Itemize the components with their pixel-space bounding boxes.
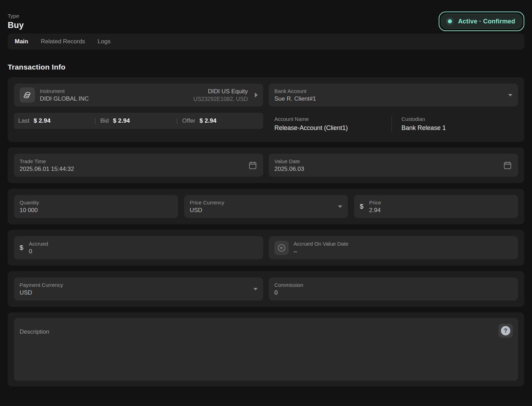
description-section: Description ?: [8, 312, 524, 386]
vertical-divider: [391, 116, 392, 132]
tab-bar: Main Related Records Logs: [8, 34, 524, 50]
quantity-price-section: Quantity 10 000 Price Currency USD $ Pri…: [8, 189, 524, 224]
account-name-block: Account Name Release-Account (Client1): [274, 116, 391, 132]
commission-field[interactable]: Commission 0: [269, 277, 518, 300]
price-value: 2.94: [369, 206, 381, 214]
accrued-value: 0: [29, 247, 48, 255]
accrued-section: $ Accrued 0 Accrued On Value Date –: [8, 230, 524, 266]
accrued-on-value-date-label: Accrued On Value Date: [294, 240, 348, 247]
custodian-block: Custodian Bank Release 1: [402, 116, 446, 132]
custodian-label: Custodian: [402, 116, 446, 122]
coins-icon: [20, 87, 35, 103]
value-date-label: Value Date: [274, 158, 304, 165]
chevron-down-icon: [508, 94, 512, 96]
accrued-label: Accrued: [29, 240, 48, 247]
accrued-field[interactable]: $ Accrued 0: [14, 236, 263, 259]
quote-bid[interactable]: Bid $ 2.94: [100, 117, 177, 124]
trade-time-label: Trade Time: [20, 158, 74, 165]
trade-time-field[interactable]: Trade Time 2025.06.01 15:44:32: [14, 154, 263, 177]
page-header: Type Buy Active · Confirmed: [8, 0, 524, 34]
price-currency-select[interactable]: Price Currency USD: [184, 195, 348, 218]
calendar-icon[interactable]: [503, 160, 512, 170]
quote-bid-label: Bid: [100, 117, 109, 124]
bank-account-value: Sue R. Client#1: [274, 95, 316, 103]
quote-divider: [95, 118, 95, 124]
quote-bid-value: $ 2.94: [113, 117, 130, 124]
value-date-value: 2025.06.03: [274, 165, 304, 173]
price-currency-value: USD: [190, 206, 224, 214]
status-badge[interactable]: Active · Confirmed: [439, 12, 524, 31]
quantity-label: Quantity: [20, 199, 39, 206]
dates-section: Trade Time 2025.06.01 15:44:32 Value Dat…: [8, 147, 524, 183]
trade-type-value: Buy: [8, 20, 24, 30]
quote-offer-value: $ 2.94: [200, 117, 216, 124]
bank-account-column: Bank Account Sue R. Client#1 Account Nam…: [269, 84, 518, 132]
quote-last[interactable]: Last $ 2.94: [18, 117, 95, 124]
value-date-field[interactable]: Value Date 2025.06.03: [269, 154, 518, 177]
price-currency-label: Price Currency: [190, 199, 224, 206]
description-textarea[interactable]: Description ?: [14, 318, 518, 381]
instrument-field[interactable]: Instrument DIDI GLOBAL INC DIDI US Equit…: [14, 84, 263, 107]
quote-divider: [177, 118, 177, 124]
quote-bar: Last $ 2.94 Bid $ 2.94 Offer $ 2.94: [14, 113, 263, 129]
commission-label: Commission: [274, 282, 303, 288]
section-title: Transaction Info: [8, 63, 524, 71]
accrued-on-value-date-value: –: [294, 247, 348, 255]
instrument-name: DIDI GLOBAL INC: [40, 95, 89, 103]
dollar-sign-icon: $: [20, 244, 23, 252]
instrument-bank-section: Instrument DIDI GLOBAL INC DIDI US Equit…: [8, 77, 524, 142]
dollar-sign-icon: $: [360, 203, 364, 210]
status-badge-inner: Active · Confirmed: [441, 14, 522, 29]
description-label: Description: [20, 328, 49, 335]
payment-currency-label: Payment Currency: [20, 282, 63, 288]
help-button[interactable]: ?: [498, 324, 513, 338]
payment-currency-select[interactable]: Payment Currency USD: [14, 277, 263, 300]
chevron-down-icon: [338, 205, 342, 208]
instrument-ticker: DIDI US Equity: [208, 88, 248, 95]
payment-section: Payment Currency USD Commission 0: [8, 271, 524, 307]
payment-currency-value: USD: [20, 289, 63, 297]
quote-last-value: $ 2.94: [34, 117, 50, 124]
quote-offer[interactable]: Offer $ 2.94: [182, 117, 259, 124]
account-info-row: Account Name Release-Account (Client1) C…: [269, 116, 518, 132]
arrow-left-circle-icon: [274, 241, 289, 255]
custodian-value: Bank Release 1: [402, 124, 446, 132]
commission-value: 0: [274, 289, 303, 297]
price-label: Price: [369, 199, 381, 206]
chevron-right-icon: [255, 93, 258, 97]
quote-last-label: Last: [18, 117, 29, 124]
bank-account-label: Bank Account: [274, 88, 316, 94]
quote-offer-label: Offer: [182, 117, 195, 124]
instrument-column: Instrument DIDI GLOBAL INC DIDI US Equit…: [14, 84, 263, 132]
quantity-value: 10 000: [20, 206, 39, 214]
trade-type-block: Type Buy: [8, 13, 24, 30]
tab-main[interactable]: Main: [15, 38, 28, 45]
status-badge-label: Active · Confirmed: [458, 18, 515, 25]
instrument-isin: US23292E1082, USD: [193, 95, 248, 103]
tab-related-records[interactable]: Related Records: [41, 38, 85, 45]
account-name-label: Account Name: [274, 116, 391, 122]
price-field[interactable]: $ Price 2.94: [354, 195, 518, 218]
transaction-detail-page: Type Buy Active · Confirmed Main Related…: [0, 0, 532, 386]
tab-logs[interactable]: Logs: [98, 38, 110, 45]
accrued-on-value-date-field[interactable]: Accrued On Value Date –: [269, 236, 518, 259]
calendar-icon[interactable]: [248, 160, 258, 170]
trade-time-value: 2025.06.01 15:44:32: [20, 165, 74, 173]
trade-type-label: Type: [8, 13, 24, 19]
bank-account-select[interactable]: Bank Account Sue R. Client#1: [269, 84, 518, 107]
chevron-down-icon: [253, 288, 258, 290]
instrument-label: Instrument: [40, 88, 89, 94]
question-mark-icon: ?: [501, 326, 510, 335]
status-dot-icon: [446, 17, 454, 26]
quantity-field[interactable]: Quantity 10 000: [14, 195, 178, 218]
account-name-value: Release-Account (Client1): [274, 124, 391, 132]
